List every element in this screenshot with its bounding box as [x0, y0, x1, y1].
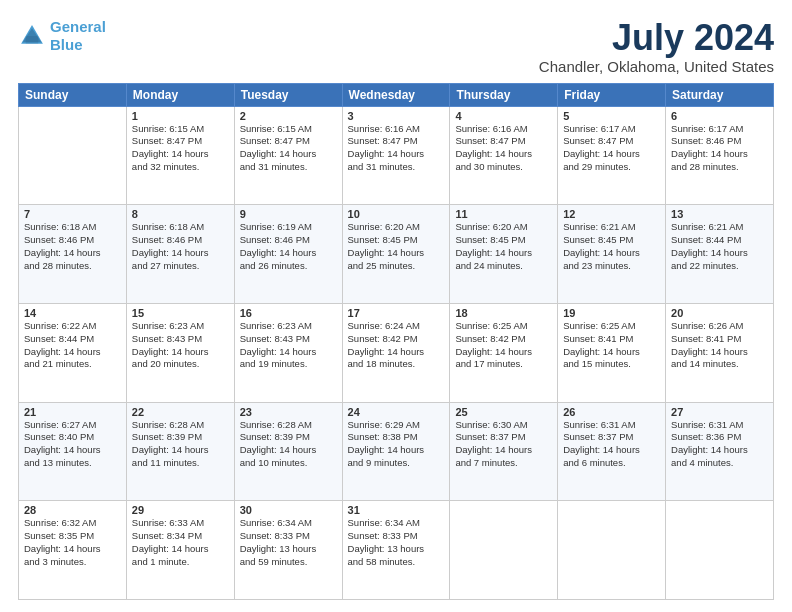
day-number: 14	[24, 307, 121, 319]
day-info: Sunrise: 6:21 AM Sunset: 8:44 PM Dayligh…	[671, 221, 768, 272]
calendar-cell: 21Sunrise: 6:27 AM Sunset: 8:40 PM Dayli…	[19, 402, 127, 501]
calendar-cell: 19Sunrise: 6:25 AM Sunset: 8:41 PM Dayli…	[558, 303, 666, 402]
calendar-header-row: SundayMondayTuesdayWednesdayThursdayFrid…	[19, 83, 774, 106]
calendar-cell: 31Sunrise: 6:34 AM Sunset: 8:33 PM Dayli…	[342, 501, 450, 600]
calendar-cell: 8Sunrise: 6:18 AM Sunset: 8:46 PM Daylig…	[126, 205, 234, 304]
calendar-cell: 17Sunrise: 6:24 AM Sunset: 8:42 PM Dayli…	[342, 303, 450, 402]
day-info: Sunrise: 6:21 AM Sunset: 8:45 PM Dayligh…	[563, 221, 660, 272]
day-info: Sunrise: 6:23 AM Sunset: 8:43 PM Dayligh…	[240, 320, 337, 371]
logo-line1: General	[50, 18, 106, 35]
day-number: 16	[240, 307, 337, 319]
day-number: 29	[132, 504, 229, 516]
calendar-cell: 26Sunrise: 6:31 AM Sunset: 8:37 PM Dayli…	[558, 402, 666, 501]
day-info: Sunrise: 6:26 AM Sunset: 8:41 PM Dayligh…	[671, 320, 768, 371]
calendar-header-tuesday: Tuesday	[234, 83, 342, 106]
day-info: Sunrise: 6:19 AM Sunset: 8:46 PM Dayligh…	[240, 221, 337, 272]
day-number: 21	[24, 406, 121, 418]
calendar-cell: 12Sunrise: 6:21 AM Sunset: 8:45 PM Dayli…	[558, 205, 666, 304]
calendar-cell: 2Sunrise: 6:15 AM Sunset: 8:47 PM Daylig…	[234, 106, 342, 205]
day-info: Sunrise: 6:33 AM Sunset: 8:34 PM Dayligh…	[132, 517, 229, 568]
day-number: 15	[132, 307, 229, 319]
day-info: Sunrise: 6:25 AM Sunset: 8:42 PM Dayligh…	[455, 320, 552, 371]
day-number: 24	[348, 406, 445, 418]
calendar-cell: 16Sunrise: 6:23 AM Sunset: 8:43 PM Dayli…	[234, 303, 342, 402]
calendar-cell	[450, 501, 558, 600]
calendar-cell: 3Sunrise: 6:16 AM Sunset: 8:47 PM Daylig…	[342, 106, 450, 205]
calendar-header-monday: Monday	[126, 83, 234, 106]
calendar-week-row: 28Sunrise: 6:32 AM Sunset: 8:35 PM Dayli…	[19, 501, 774, 600]
page: General Blue July 2024 Chandler, Oklahom…	[0, 0, 792, 612]
calendar-cell: 27Sunrise: 6:31 AM Sunset: 8:36 PM Dayli…	[666, 402, 774, 501]
calendar-header-wednesday: Wednesday	[342, 83, 450, 106]
calendar-cell: 23Sunrise: 6:28 AM Sunset: 8:39 PM Dayli…	[234, 402, 342, 501]
main-title: July 2024	[539, 18, 774, 58]
calendar-header-thursday: Thursday	[450, 83, 558, 106]
calendar-cell: 20Sunrise: 6:26 AM Sunset: 8:41 PM Dayli…	[666, 303, 774, 402]
calendar-week-row: 7Sunrise: 6:18 AM Sunset: 8:46 PM Daylig…	[19, 205, 774, 304]
day-info: Sunrise: 6:15 AM Sunset: 8:47 PM Dayligh…	[132, 123, 229, 174]
calendar-cell	[19, 106, 127, 205]
day-info: Sunrise: 6:23 AM Sunset: 8:43 PM Dayligh…	[132, 320, 229, 371]
day-number: 13	[671, 208, 768, 220]
day-number: 3	[348, 110, 445, 122]
subtitle: Chandler, Oklahoma, United States	[539, 58, 774, 75]
day-number: 1	[132, 110, 229, 122]
day-info: Sunrise: 6:32 AM Sunset: 8:35 PM Dayligh…	[24, 517, 121, 568]
calendar-cell: 11Sunrise: 6:20 AM Sunset: 8:45 PM Dayli…	[450, 205, 558, 304]
calendar-table: SundayMondayTuesdayWednesdayThursdayFrid…	[18, 83, 774, 600]
day-number: 27	[671, 406, 768, 418]
calendar-week-row: 14Sunrise: 6:22 AM Sunset: 8:44 PM Dayli…	[19, 303, 774, 402]
calendar-cell: 9Sunrise: 6:19 AM Sunset: 8:46 PM Daylig…	[234, 205, 342, 304]
day-info: Sunrise: 6:34 AM Sunset: 8:33 PM Dayligh…	[348, 517, 445, 568]
day-info: Sunrise: 6:28 AM Sunset: 8:39 PM Dayligh…	[240, 419, 337, 470]
day-info: Sunrise: 6:18 AM Sunset: 8:46 PM Dayligh…	[132, 221, 229, 272]
calendar-week-row: 21Sunrise: 6:27 AM Sunset: 8:40 PM Dayli…	[19, 402, 774, 501]
day-number: 11	[455, 208, 552, 220]
calendar-cell: 4Sunrise: 6:16 AM Sunset: 8:47 PM Daylig…	[450, 106, 558, 205]
day-number: 6	[671, 110, 768, 122]
title-block: July 2024 Chandler, Oklahoma, United Sta…	[539, 18, 774, 75]
day-number: 2	[240, 110, 337, 122]
day-info: Sunrise: 6:28 AM Sunset: 8:39 PM Dayligh…	[132, 419, 229, 470]
day-info: Sunrise: 6:27 AM Sunset: 8:40 PM Dayligh…	[24, 419, 121, 470]
logo-text: General Blue	[50, 18, 106, 54]
calendar-header-friday: Friday	[558, 83, 666, 106]
day-number: 30	[240, 504, 337, 516]
day-info: Sunrise: 6:30 AM Sunset: 8:37 PM Dayligh…	[455, 419, 552, 470]
day-info: Sunrise: 6:29 AM Sunset: 8:38 PM Dayligh…	[348, 419, 445, 470]
calendar-cell: 24Sunrise: 6:29 AM Sunset: 8:38 PM Dayli…	[342, 402, 450, 501]
calendar-cell: 30Sunrise: 6:34 AM Sunset: 8:33 PM Dayli…	[234, 501, 342, 600]
day-number: 10	[348, 208, 445, 220]
calendar-week-row: 1Sunrise: 6:15 AM Sunset: 8:47 PM Daylig…	[19, 106, 774, 205]
day-info: Sunrise: 6:16 AM Sunset: 8:47 PM Dayligh…	[455, 123, 552, 174]
day-info: Sunrise: 6:16 AM Sunset: 8:47 PM Dayligh…	[348, 123, 445, 174]
day-number: 4	[455, 110, 552, 122]
day-info: Sunrise: 6:24 AM Sunset: 8:42 PM Dayligh…	[348, 320, 445, 371]
logo-line2: Blue	[50, 36, 106, 54]
calendar-header-sunday: Sunday	[19, 83, 127, 106]
day-info: Sunrise: 6:20 AM Sunset: 8:45 PM Dayligh…	[455, 221, 552, 272]
calendar-cell: 28Sunrise: 6:32 AM Sunset: 8:35 PM Dayli…	[19, 501, 127, 600]
day-info: Sunrise: 6:20 AM Sunset: 8:45 PM Dayligh…	[348, 221, 445, 272]
day-number: 23	[240, 406, 337, 418]
logo-icon	[18, 22, 46, 50]
day-number: 17	[348, 307, 445, 319]
day-number: 26	[563, 406, 660, 418]
logo: General Blue	[18, 18, 106, 54]
svg-rect-2	[26, 36, 38, 44]
calendar-cell: 29Sunrise: 6:33 AM Sunset: 8:34 PM Dayli…	[126, 501, 234, 600]
day-number: 5	[563, 110, 660, 122]
calendar-cell: 15Sunrise: 6:23 AM Sunset: 8:43 PM Dayli…	[126, 303, 234, 402]
calendar-cell: 10Sunrise: 6:20 AM Sunset: 8:45 PM Dayli…	[342, 205, 450, 304]
calendar-cell: 5Sunrise: 6:17 AM Sunset: 8:47 PM Daylig…	[558, 106, 666, 205]
day-info: Sunrise: 6:22 AM Sunset: 8:44 PM Dayligh…	[24, 320, 121, 371]
calendar-cell	[558, 501, 666, 600]
calendar-header-saturday: Saturday	[666, 83, 774, 106]
day-number: 9	[240, 208, 337, 220]
day-info: Sunrise: 6:31 AM Sunset: 8:36 PM Dayligh…	[671, 419, 768, 470]
day-number: 7	[24, 208, 121, 220]
day-number: 22	[132, 406, 229, 418]
day-number: 20	[671, 307, 768, 319]
day-info: Sunrise: 6:17 AM Sunset: 8:46 PM Dayligh…	[671, 123, 768, 174]
day-number: 12	[563, 208, 660, 220]
